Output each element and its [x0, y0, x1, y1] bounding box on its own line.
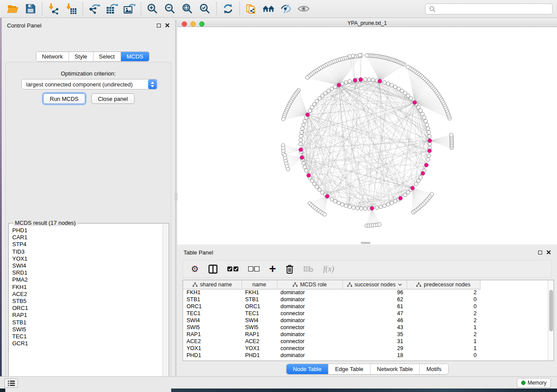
zoom-in-icon[interactable] — [144, 1, 161, 16]
mcds-result-item[interactable]: STP4 — [12, 241, 163, 248]
float-panel-icon[interactable] — [157, 24, 161, 28]
mcds-result-item[interactable]: YOX1 — [12, 255, 163, 262]
table-row[interactable]: TEC1TEC1connector472 — [183, 310, 548, 317]
column-header-predecessor-nodes[interactable]: predecessor nodes — [407, 280, 480, 289]
main-toolbar — [0, 0, 557, 18]
close-panel-button[interactable]: Close panel — [91, 93, 135, 104]
hide-graphics-details-icon[interactable] — [277, 1, 295, 16]
table-row[interactable]: YOX1YOX1connector291 — [183, 345, 548, 352]
table-row[interactable]: ACE2ACE2connector311 — [183, 338, 548, 345]
table-row[interactable]: STB1STB1dominator620 — [183, 296, 548, 303]
export-image-icon[interactable] — [121, 1, 138, 16]
column-header-successor-nodes[interactable]: successor nodes — [343, 280, 407, 289]
import-table-icon[interactable] — [62, 1, 80, 16]
toolbar-separator — [141, 2, 141, 15]
column-header-shared-name[interactable]: shared name — [183, 280, 242, 289]
table-row[interactable]: SWI4SWI4dominator462 — [183, 317, 548, 324]
export-network-icon[interactable] — [86, 1, 103, 16]
select-stepper-icon — [148, 79, 157, 89]
column-header-filler — [480, 280, 548, 289]
network-window-title: YPA_prune.txt_1 — [177, 20, 557, 26]
show-graphics-details-icon[interactable] — [295, 1, 312, 16]
mcds-result-item[interactable]: TID3 — [12, 248, 163, 255]
mcds-result-title: MCDS result (17 nodes) — [13, 220, 77, 226]
task-history-button[interactable] — [4, 378, 18, 388]
float-table-panel-icon[interactable] — [538, 251, 542, 254]
mcds-result-item[interactable]: STB5 — [12, 298, 163, 305]
tab-select[interactable]: Select — [93, 52, 121, 61]
table-row[interactable]: FKH1FKH1dominator962 — [183, 289, 548, 296]
tab-network-table[interactable]: Network Table — [370, 364, 420, 374]
table-settings-gear-icon[interactable]: ⚙ — [191, 265, 199, 273]
toolbar-separator — [216, 2, 217, 15]
mcds-result-item[interactable]: PMA2 — [12, 276, 163, 283]
tab-mcds[interactable]: MCDS — [121, 52, 149, 61]
tab-edge-table[interactable]: Edge Table — [329, 364, 370, 374]
mcds-result-item[interactable]: TEC1 — [12, 333, 163, 340]
save-session-icon[interactable] — [22, 1, 39, 16]
mcds-result-item[interactable]: PHD1 — [12, 227, 163, 234]
tab-style[interactable]: Style — [69, 52, 93, 61]
mcds-result-item[interactable]: RAP1 — [12, 312, 163, 319]
toolbar-separator — [83, 2, 83, 15]
mcds-result-list[interactable]: PHD1CAR1STP4TID3YOX1SWI4SRD1PMA2FKH1ACE2… — [9, 227, 163, 382]
mcds-result-item[interactable]: GCR1 — [12, 340, 163, 347]
column-header-mcds-role[interactable]: MCDS role — [277, 280, 343, 289]
table-row[interactable]: PHD1PHD1dominator180 — [183, 352, 548, 359]
mcds-result-item[interactable]: CAR1 — [12, 234, 163, 241]
search-input[interactable] — [436, 4, 552, 14]
table-vscroll-thumb[interactable] — [549, 290, 553, 331]
mcds-result-item[interactable]: FKH1 — [12, 284, 163, 291]
mcds-result-item[interactable]: SWI4 — [12, 262, 163, 269]
deselect-all-rows-icon[interactable] — [248, 266, 259, 272]
refresh-icon[interactable] — [219, 1, 237, 16]
mcds-result-item[interactable]: ACE2 — [12, 291, 163, 298]
column-header-name[interactable]: name — [242, 280, 277, 289]
add-row-icon[interactable]: + — [269, 265, 276, 273]
table-panel: Table Panel ⚙ — [177, 246, 557, 376]
table-toolbar: ⚙ + — [183, 260, 552, 278]
run-mcds-button[interactable]: Run MCDS — [43, 93, 85, 104]
network-canvas[interactable] — [177, 27, 557, 244]
network-hscroll-thumb[interactable] — [361, 242, 370, 244]
mcds-result-item[interactable]: STB1 — [12, 319, 163, 326]
search-field[interactable] — [425, 3, 553, 14]
tab-node-table[interactable]: Node Table — [286, 364, 329, 374]
table-header-row: shared name name MCDS role successor nod… — [183, 280, 548, 289]
table-row[interactable]: SWI5SWI5connector431 — [183, 324, 548, 331]
table-panel-title: Table Panel — [183, 249, 213, 256]
delete-table-icon[interactable] — [303, 265, 314, 272]
select-all-rows-icon[interactable] — [227, 266, 239, 272]
table-row[interactable]: ORC1ORC1dominator610 — [183, 303, 548, 310]
zoom-out-icon[interactable] — [161, 1, 179, 16]
network-view-window: YPA_prune.txt_1 — [177, 19, 557, 244]
memory-label: Memory — [528, 380, 547, 386]
function-builder-icon[interactable]: f(x) — [323, 265, 334, 274]
memory-button[interactable]: Memory — [517, 378, 551, 388]
table-row[interactable]: RAP1RAP1dominator352 — [183, 331, 548, 338]
tab-network[interactable]: Network — [36, 52, 69, 61]
column-type-icon — [416, 282, 421, 287]
close-panel-icon[interactable] — [165, 23, 170, 28]
clone-network-icon[interactable] — [242, 1, 260, 16]
import-network-icon[interactable] — [45, 1, 62, 16]
zoom-selected-icon[interactable] — [196, 1, 214, 16]
mcds-result-scrollbar[interactable] — [163, 224, 168, 383]
mcds-result-item[interactable]: SWI5 — [12, 326, 163, 333]
optimization-criterion-select[interactable]: largest connected component (undirected) — [21, 79, 158, 89]
close-table-panel-icon[interactable] — [547, 250, 551, 254]
network-window-titlebar[interactable]: YPA_prune.txt_1 — [177, 19, 557, 27]
table-vscrollbar[interactable] — [548, 280, 554, 361]
open-session-icon[interactable] — [4, 1, 22, 16]
export-table-icon[interactable] — [103, 1, 121, 16]
zoom-fit-icon[interactable] — [179, 1, 196, 16]
delete-row-icon[interactable] — [286, 265, 294, 274]
mcds-result-item[interactable]: SRD1 — [12, 269, 163, 276]
column-type-icon — [193, 282, 197, 287]
mcds-result-item[interactable]: ORC1 — [12, 305, 163, 312]
show-columns-icon[interactable] — [208, 265, 218, 274]
tab-motifs[interactable]: Motifs — [420, 364, 448, 374]
column-type-icon — [293, 282, 298, 287]
toolbar-separator — [239, 2, 240, 15]
home-views-icon[interactable] — [260, 1, 277, 16]
